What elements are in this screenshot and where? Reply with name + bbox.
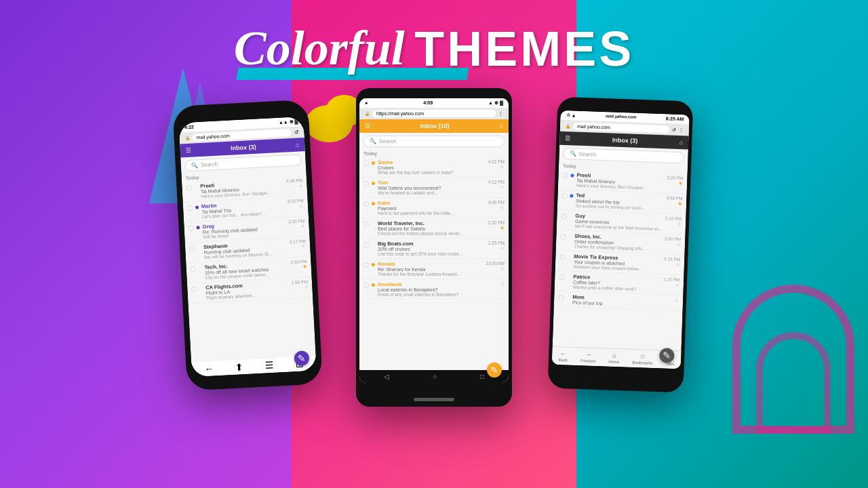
bottom-tab[interactable]: ←Back [557, 348, 569, 364]
email-subject: Wild Safaris you recommend? [378, 186, 486, 190]
lock-icon-center: 🔒 [365, 111, 370, 116]
email-checkbox[interactable] [187, 205, 193, 211]
bottom-tab[interactable]: ⌂Home [607, 350, 621, 365]
email-checkbox[interactable] [191, 266, 196, 272]
search-placeholder-right: Search [578, 151, 596, 158]
email-sender: Ronald [378, 261, 484, 267]
email-star[interactable]: ★ [486, 266, 505, 272]
email-checkbox[interactable] [363, 242, 369, 247]
email-checkbox[interactable] [191, 287, 197, 292]
email-list-left: PreetiTaj Mahal ItineraryHere's your iti… [182, 176, 316, 361]
list-item[interactable]: AnastasiaLocal eateries in Bangalore?Kno… [359, 279, 509, 300]
refresh-icon-left: ↺ [294, 129, 298, 135]
email-checkbox[interactable] [363, 181, 369, 186]
today-label-center: Today [359, 150, 509, 157]
fab-center[interactable]: ✎ [487, 363, 502, 378]
email-star[interactable]: ★ [666, 200, 683, 207]
menu-icon-right: ☰ [565, 135, 570, 142]
email-preview: Here is our payment info for the India..… [378, 211, 486, 216]
search-right[interactable]: 🔍 Search [563, 148, 684, 163]
list-item[interactable]: KatiePaymentHere is our payment info for… [359, 198, 509, 218]
email-time: 2:00 PM [665, 236, 681, 241]
email-time: 2:32 PM [488, 220, 505, 225]
email-star[interactable]: ★ [500, 281, 505, 287]
email-checkbox[interactable] [363, 262, 369, 268]
email-star[interactable]: ★ [488, 205, 505, 211]
signals-left: ▲▲ ⊕ ▓ [279, 119, 298, 125]
mail-app-left: 4:22 ▲▲ ⊕ ▓ 🔒 mail.yahoo.com ↺ ☰ Inbox (… [178, 117, 316, 377]
email-star[interactable]: ★ [667, 180, 684, 186]
email-checkbox[interactable] [186, 185, 191, 190]
menu-dots-center: ⋮ [498, 111, 503, 117]
tab-icon: ← [559, 350, 566, 357]
toolbar-title-right: Inbox (3) [612, 137, 638, 144]
email-star[interactable]: ★ [488, 225, 505, 231]
tab-label: Bookmarks [632, 361, 652, 365]
home-icon-right: ⌂ [679, 139, 684, 146]
email-time: 3:25 PM [667, 175, 683, 180]
list-item[interactable]: World Traveler, Inc.Best places for Safa… [359, 218, 509, 239]
bottom-tab[interactable]: →Forward [579, 349, 597, 365]
email-star[interactable]: ★ [288, 203, 304, 209]
bottom-tab[interactable]: ☆Bookmarks [631, 351, 654, 367]
nav-books-left[interactable]: ☰ [264, 360, 274, 371]
email-star[interactable]: ★ [488, 245, 505, 251]
android-nav-center: ◁ ○ □ [359, 370, 509, 383]
email-checkbox[interactable] [561, 214, 566, 219]
email-star[interactable]: ★ [664, 261, 681, 268]
email-checkbox[interactable] [188, 226, 193, 231]
nav-home-center[interactable]: ○ [433, 373, 437, 380]
email-star[interactable]: ★ [665, 220, 682, 227]
email-star[interactable]: ★ [488, 184, 505, 190]
list-item[interactable]: TomWild Safaris you recommend?We're head… [359, 178, 509, 198]
tab-icon: → [585, 350, 591, 358]
url-right-small: mail.yahoo.com [606, 114, 637, 121]
unread-dot [570, 194, 573, 197]
list-item[interactable]: SashaCruisesWhat are the top river cruis… [359, 157, 509, 178]
email-checkbox[interactable] [363, 283, 369, 288]
list-item[interactable]: Big Boats.com20% off cruisesUse this cod… [359, 239, 509, 259]
nav-back-left[interactable]: ← [204, 363, 214, 374]
email-star[interactable]: ★ [665, 241, 682, 247]
email-star[interactable]: ★ [288, 223, 305, 230]
nav-back-center[interactable]: ◁ [384, 373, 389, 380]
email-star[interactable]: ★ [663, 281, 680, 288]
time-center: 4:09 [423, 100, 433, 106]
email-star[interactable]: ★ [674, 298, 679, 304]
toolbar-title-left: Inbox (3) [231, 144, 256, 152]
nav-share-left[interactable]: ⬆ [235, 361, 244, 373]
email-star[interactable]: ★ [290, 264, 307, 270]
unread-dot [372, 202, 375, 205]
email-checkbox[interactable] [363, 161, 369, 166]
email-sender: Big Boats.com [378, 241, 486, 247]
email-star[interactable]: ★ [290, 243, 307, 250]
email-sender: Sasha [378, 159, 486, 165]
email-preview: We're headed to Ladakh and... [378, 190, 486, 195]
phone-left: 4:22 ▲▲ ⊕ ▓ 🔒 mail.yahoo.com ↺ ☰ Inbox (… [172, 100, 323, 391]
email-checkbox[interactable] [562, 173, 568, 178]
email-checkbox[interactable] [363, 222, 369, 227]
tab-icon: ⌂ [612, 352, 616, 359]
email-star[interactable]: ★ [292, 284, 309, 291]
email-preview: What are the top river cruises in India? [378, 170, 486, 175]
email-star[interactable]: ★ [286, 182, 303, 189]
tab-label: Forward [580, 359, 595, 363]
email-checkbox[interactable] [559, 274, 564, 280]
email-checkbox[interactable] [558, 295, 564, 300]
email-checkbox[interactable] [559, 254, 565, 260]
signals-center: ▲ ⊕ ▓ [488, 100, 503, 106]
unread-dot [570, 174, 574, 177]
email-time: 4:12 PM [488, 180, 505, 184]
email-star[interactable]: ★ [488, 164, 505, 170]
email-time: 1:15 PM [663, 277, 679, 282]
list-item[interactable]: RonaldRe: Itinerary for KeralaThanks for… [359, 259, 509, 279]
email-checkbox[interactable] [363, 201, 369, 207]
title-colorful: Colorful [234, 20, 405, 77]
status-bar-center: ● 4:09 ▲ ⊕ ▓ [359, 98, 509, 108]
email-checkbox[interactable] [560, 234, 566, 239]
email-checkbox[interactable] [561, 193, 567, 199]
search-center[interactable]: 🔍 Search [363, 136, 505, 147]
email-subject: Cruises [378, 165, 486, 170]
nav-recents-center[interactable]: □ [480, 373, 484, 380]
email-checkbox[interactable] [189, 246, 195, 251]
